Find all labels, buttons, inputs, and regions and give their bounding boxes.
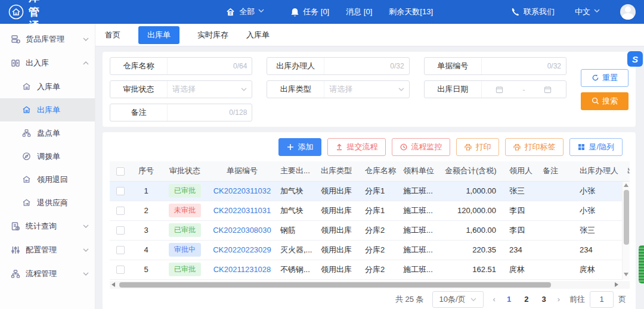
tab-home[interactable]: 首页	[105, 30, 120, 40]
row-checkbox[interactable]	[116, 246, 125, 254]
contact-link[interactable]: 联系我们	[510, 7, 555, 17]
messages-link[interactable]: 消息 [0]	[346, 7, 372, 17]
sidebar-item-in-out[interactable]: 出入库	[0, 51, 95, 75]
table-toolbar: 添加 提交流程 流程监控 打印	[110, 138, 630, 156]
sidebar-item-stocktake-order[interactable]: 盘点单	[0, 121, 95, 145]
outbound-doc-icon	[22, 105, 32, 115]
chevron-down-icon	[83, 272, 89, 276]
status-badge: 审批中	[169, 243, 201, 257]
floating-helper-icon[interactable]: S	[627, 51, 643, 67]
doc-no-field[interactable]: 单据编号 0/32	[424, 57, 566, 75]
doc-no-link[interactable]: CK20220311032	[213, 186, 271, 195]
tab-inbound-order[interactable]: 入库单	[246, 30, 270, 40]
doc-no-link[interactable]: CK20211231028	[213, 265, 271, 274]
sidebar-item-flow-mgmt[interactable]: 流程管理	[0, 262, 95, 286]
next-page-arrow[interactable]: ›	[556, 295, 561, 304]
sidebar-item-transfer-order[interactable]: 调拨单	[0, 145, 95, 168]
main-area: 首页 出库单 实时库存 入库单 S 仓库名称 0/64 出库办理人 0/32 单…	[95, 24, 644, 309]
vertical-scrollbar[interactable]	[622, 182, 630, 280]
printer-icon	[465, 143, 472, 151]
horizontal-scrollbar[interactable]	[110, 281, 630, 289]
sliders-icon	[11, 245, 20, 255]
sidebar-item-inbound-order[interactable]: 入库单	[0, 75, 95, 98]
table-row[interactable]: 1 已审批 CK20220311032 加气块 领用出库 分库1 施工班... …	[110, 181, 630, 201]
doc-no-link[interactable]: CK20220223029	[213, 245, 271, 254]
table-row[interactable]: 4 审批中 CK20220223029 灭火器,... 领用出库 分库2 施工班…	[110, 240, 630, 260]
language-selector[interactable]: 中文	[575, 7, 600, 17]
print-label-button[interactable]: 打印标签	[505, 138, 564, 156]
pagination: 共 25 条 10条/页 ‹ 1 2 3 › 前往	[110, 289, 630, 309]
doc-no-link[interactable]: CK20220308030	[213, 226, 271, 235]
goto-label: 前往	[569, 294, 585, 305]
page-number-1[interactable]: 1	[504, 295, 514, 304]
sidebar-item-return-supplier[interactable]: 退供应商	[0, 191, 95, 214]
sidebar-item-outbound-order[interactable]: 出库单	[0, 98, 95, 121]
flow-monitor-button[interactable]: 流程监控	[392, 138, 450, 156]
scroll-up-arrow[interactable]	[624, 183, 628, 187]
char-counter: 0/32	[547, 62, 561, 70]
topbar: 库管通 全部 任务 [0] 消息 [0] 剩余天数[13]	[0, 0, 644, 24]
filter-panel: 仓库名称 0/64 出库办理人 0/32 单据编号 0/32 审批状态 请选择	[103, 52, 636, 127]
chevron-down-icon	[594, 9, 600, 15]
tab-bar: 首页 出库单 实时库存 入库单	[95, 24, 644, 46]
doc-no-link[interactable]: CK20220311031	[213, 206, 271, 215]
edge-scroll-widget[interactable]	[639, 245, 644, 283]
supplier-return-icon	[22, 198, 32, 208]
table-row[interactable]: 3 已审批 CK20220308030 钢筋 领用出库 分库2 施工班... 1…	[110, 220, 630, 240]
table-panel: 添加 提交流程 流程监控 打印	[103, 132, 636, 309]
user-avatar[interactable]	[620, 4, 636, 20]
goto-page-input[interactable]	[590, 291, 614, 308]
select-all-checkbox[interactable]	[116, 167, 125, 176]
handler-field[interactable]: 出库办理人 0/32	[267, 57, 409, 75]
row-checkbox[interactable]	[116, 226, 125, 235]
page-number-3[interactable]: 3	[538, 295, 549, 304]
sidebar-item-config-mgmt[interactable]: 配置管理	[0, 238, 95, 262]
print-button[interactable]: 打印	[456, 138, 499, 156]
flow-icon	[11, 269, 20, 279]
horizontal-scroll-thumb[interactable]	[119, 282, 551, 288]
tasks-link[interactable]: 任务 [0]	[290, 7, 329, 17]
vertical-scroll-thumb[interactable]	[624, 190, 629, 245]
row-checkbox[interactable]	[116, 207, 125, 215]
outbound-type-select[interactable]: 出库类型 请选择	[267, 80, 409, 98]
show-hide-columns-button[interactable]: 显/隐列	[569, 138, 623, 156]
scroll-left-arrow[interactable]	[112, 282, 115, 287]
reset-button[interactable]: 重置	[581, 69, 628, 87]
row-checkbox[interactable]	[116, 266, 125, 274]
outbound-date-range[interactable]: 出库日期 -	[424, 80, 566, 98]
bell-icon	[290, 7, 299, 17]
total-count: 共 25 条	[395, 294, 424, 305]
calendar-icon[interactable]	[496, 86, 503, 93]
scope-selector[interactable]: 全部	[225, 7, 264, 17]
row-checkbox[interactable]	[116, 187, 125, 195]
grid-icon	[578, 143, 585, 151]
scroll-down-arrow[interactable]	[624, 273, 628, 276]
app-logo-icon	[8, 4, 24, 20]
compass-icon	[22, 152, 32, 161]
prev-page-arrow[interactable]: ‹	[492, 295, 497, 304]
calendar-icon[interactable]	[544, 86, 552, 93]
days-left-label: 剩余天数[13]	[389, 7, 433, 17]
page-number-2[interactable]: 2	[521, 295, 531, 304]
table-row[interactable]: 5 已审批 CK20211231028 不锈钢... 领用出库 分库2 施工班.…	[110, 260, 630, 279]
remark-field[interactable]: 备注 0/128	[110, 104, 252, 121]
tab-realtime-stock[interactable]: 实时库存	[197, 30, 228, 40]
chevron-down-icon	[83, 248, 89, 252]
table-row[interactable]: 2 未审批 CK20220311031 加气块 领用出库 分库1 施工班... …	[110, 201, 630, 220]
submit-flow-button[interactable]: 提交流程	[327, 138, 386, 156]
approval-status-select[interactable]: 审批状态 请选择	[110, 80, 252, 98]
warehouse-name-field[interactable]: 仓库名称 0/64	[110, 57, 252, 75]
add-button[interactable]: 添加	[278, 138, 321, 156]
tab-outbound-order[interactable]: 出库单	[138, 26, 179, 44]
search-button[interactable]: 搜索	[581, 92, 628, 110]
chevron-down-icon	[83, 224, 89, 228]
boxes-icon	[11, 35, 20, 44]
monitor-icon	[400, 143, 407, 151]
sidebar-item-requisition-return[interactable]: 领用退回	[0, 168, 95, 191]
page-size-select[interactable]: 10条/页	[432, 291, 484, 308]
in-out-icon	[11, 58, 20, 68]
status-badge: 已审批	[169, 263, 201, 276]
sidebar-item-stats-query[interactable]: 统计查询	[0, 214, 95, 238]
scroll-right-arrow[interactable]	[615, 282, 618, 287]
printer-icon	[513, 143, 521, 151]
